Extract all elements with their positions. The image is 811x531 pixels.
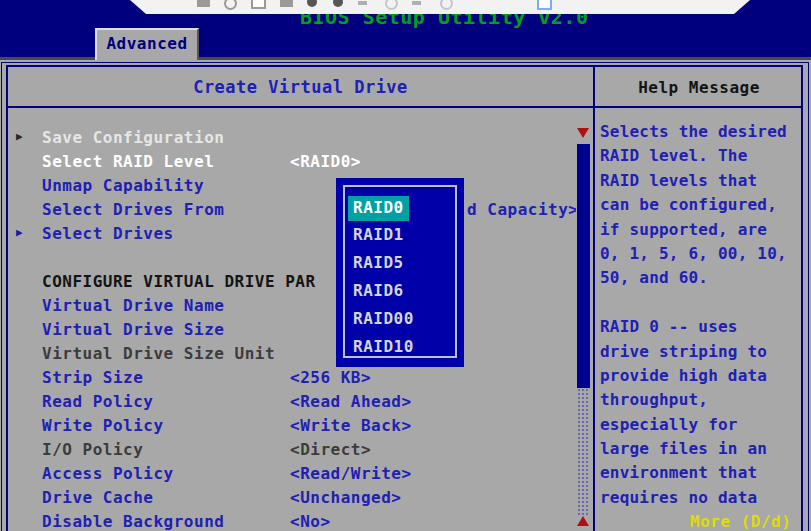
toolbar-dash-icon[interactable] [412,1,421,5]
scrollbar-thumb[interactable] [577,144,590,388]
menu-item-label: Virtual Drive Size Unit [42,344,275,363]
dropdown-option[interactable]: RAID00 [346,308,454,336]
menu-item-value: <Direct> [290,440,371,459]
header-separator [6,106,803,108]
help-text-line: if supported, are [600,220,802,244]
menu-item-value: <RAID0> [290,152,361,171]
menu-item-label: I/O Policy [42,440,143,459]
help-text-line: RAID level. The [600,146,802,170]
menu-item[interactable]: Disable Background<No> [8,510,576,531]
scroll-down-arrow-icon[interactable] [577,128,589,138]
dropdown-option[interactable]: RAID6 [346,280,454,308]
menu-item-value: <No> [290,512,331,531]
menu-item[interactable]: Select RAID Level<RAID0> [8,150,576,174]
menu-item-label: Virtual Drive Name [42,296,224,315]
menu-item-label: Read Policy [42,392,153,411]
menu-item-label: Select Drives [42,224,174,243]
toolbar-circle-icon[interactable] [440,0,453,10]
help-text-line: Selects the desired [600,122,802,146]
help-text-line: RAID 0 -- uses [600,317,802,341]
help-panel-title: Help Message [596,78,802,97]
panel-divider [593,65,595,531]
help-text-line: large files in an [600,439,802,463]
menu-item-label: CONFIGURE VIRTUAL DRIVE PAR [42,272,316,291]
toolbar-keyboard-icon[interactable] [280,0,293,7]
menu-item[interactable]: ▶Select Drives [8,222,576,246]
toolbar-circle-icon[interactable] [224,0,237,10]
help-text-line: provide high data [600,366,802,390]
page-title: Create Virtual Drive [8,77,593,97]
help-text-line: especially for [600,415,802,439]
console-toolbar-overlay [130,0,750,14]
help-text-line: drive striping to [600,342,802,366]
bios-setup-screen: BIOS Setup Utility v2.0 Advanced Create … [0,0,811,531]
menu-item[interactable]: I/O Policy<Direct> [8,438,576,462]
dropdown-option-label: RAID6 [353,280,404,302]
menu-spacer [8,246,576,270]
menu-item-label: Drive Cache [42,488,153,507]
menu-item[interactable]: Virtual Drive Name [8,294,576,318]
menu-item[interactable]: Read Policy<Read Ahead> [8,390,576,414]
toolbar-dot-icon[interactable] [333,0,343,7]
toolbar-dot-icon[interactable] [307,0,317,7]
dropdown-option-label: RAID5 [353,252,404,274]
dropdown-option[interactable]: RAID1 [346,224,454,252]
help-text-line: environment that [600,463,802,487]
menu-item-label: Disable Background [42,512,224,531]
toolbar-grid-icon[interactable] [197,0,210,7]
settings-menu: ▶Save ConfigurationSelect RAID Level<RAI… [8,126,576,531]
menu-item[interactable]: CONFIGURE VIRTUAL DRIVE PAR [8,270,576,294]
menu-item[interactable]: Virtual Drive Size [8,318,576,342]
help-text-line: throughput, [600,390,802,414]
menu-item-value: <Write Back> [290,416,412,435]
menu-item[interactable]: Write Policy<Write Back> [8,414,576,438]
help-text-line [600,293,802,317]
menu-item-label: Unmap Capability [42,176,204,195]
help-text-line: 0, 1, 5, 6, 00, 10, [600,244,802,268]
scrollbar [577,128,590,531]
dropdown-option[interactable]: RAID10 [346,336,454,364]
help-text: Selects the desiredRAID level. TheRAID l… [600,122,802,512]
help-text-line: 50, and 60. [600,268,802,292]
menu-item-label: Write Policy [42,416,164,435]
menu-item[interactable]: Unmap Capability [8,174,576,198]
menu-item[interactable]: ▶Save Configuration [8,126,576,150]
submenu-arrow-icon: ▶ [16,130,23,143]
toolbar-circle-icon[interactable] [385,0,398,10]
tab-advanced[interactable]: Advanced [95,28,199,60]
help-text-line: can be configured, [600,195,802,219]
dropdown-option[interactable]: RAID0 [346,196,454,224]
menu-item-value: <256 KB> [290,368,371,387]
dropdown-option-label: RAID1 [353,224,404,246]
toolbar-window-icon[interactable] [251,0,266,9]
menu-item[interactable]: Select Drives Fromd Capacity> [8,198,576,222]
menu-item-value: <Read/Write> [290,464,412,483]
dropdown-option-label: RAID0 [348,196,409,221]
menu-item-label: Select Drives From [42,200,224,219]
menu-item-value-fragment: d Capacity> [467,200,576,219]
menu-item[interactable]: Access Policy<Read/Write> [8,462,576,486]
menu-item-label: Virtual Drive Size [42,320,224,339]
help-text-line: requires no data [600,488,802,512]
toolbar-focus-square-icon[interactable] [537,0,552,10]
menu-item-label: Select RAID Level [42,152,214,171]
menu-item-label: Access Policy [42,464,174,483]
submenu-arrow-icon: ▶ [16,226,23,239]
toolbar-dash-icon[interactable] [358,1,367,5]
menu-item[interactable]: Strip Size<256 KB> [8,366,576,390]
dropdown-option-label: RAID00 [353,308,414,330]
menu-item-label: Save Configuration [42,128,224,147]
menu-item[interactable]: Virtual Drive Size Unit [8,342,576,366]
menu-item-value: <Unchanged> [290,488,401,507]
menu-item[interactable]: Drive Cache<Unchanged> [8,486,576,510]
help-more-hint: More (D/d) [690,512,791,531]
help-text-line: RAID levels that [600,171,802,195]
scroll-up-arrow-icon[interactable] [577,516,589,526]
dropdown-option[interactable]: RAID5 [346,252,454,280]
menu-item-label: Strip Size [42,368,143,387]
dropdown-option-list: RAID0RAID1RAID5RAID6RAID00RAID10 [346,196,454,364]
menu-item-value: <Read Ahead> [290,392,412,411]
dropdown-option-label: RAID10 [353,336,414,358]
raid-level-dropdown: RAID0RAID1RAID5RAID6RAID00RAID10 [336,178,464,367]
